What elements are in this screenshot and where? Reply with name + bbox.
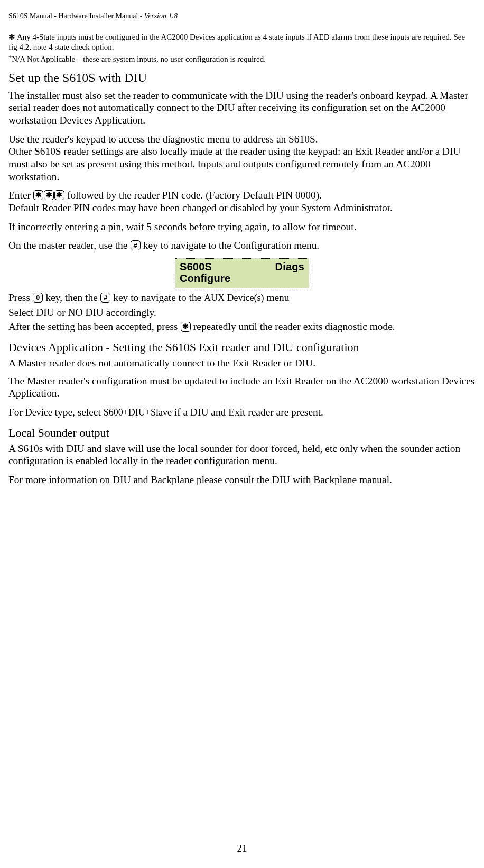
section-sounder-title: Local Sounder output xyxy=(8,426,476,440)
setup-accepted-a: After the setting has been accepted, pre… xyxy=(8,321,180,332)
setup-master-reader-a: On the master reader, use the xyxy=(8,240,130,251)
star-key-icon: ✱ xyxy=(33,190,43,200)
setup-select-diu: Select DIU or NO DIU accordingly. xyxy=(8,306,476,319)
section-devices-title: Devices Application - Setting the S610S … xyxy=(8,341,476,355)
setup-paragraph-2a: Use the reader's keypad to access the di… xyxy=(8,134,318,145)
setup-paragraph-6: Press 0 key, then the # key to navigate … xyxy=(8,291,476,304)
zero-key-icon: 0 xyxy=(33,293,43,303)
manual-title: S610S Manual - Hardware Installer Manual… xyxy=(8,12,178,20)
setup-press-b: key, then the xyxy=(45,292,100,303)
setup-paragraph-1: The installer must also set the reader t… xyxy=(8,89,476,127)
setup-press-c: key to navigate to the xyxy=(113,292,204,303)
sounder-paragraph-1: A S610s with DIU and slave will use the … xyxy=(8,442,476,467)
footnote-asterisk: ✱ Any 4-State inputs must be configured … xyxy=(8,32,476,52)
setup-pin-text: followed by the reader PIN code. (Factor… xyxy=(67,190,322,201)
device-type-label: Device xyxy=(25,407,52,418)
footnote-plus-text: N/A Not Applicable – these are system in… xyxy=(12,55,266,63)
footnote-plus: +N/A Not Applicable – these are system i… xyxy=(8,53,476,64)
lcd-row-2: Configure xyxy=(180,272,304,284)
hash-key-icon: # xyxy=(131,240,141,250)
setup-paragraph-2: Use the reader's keypad to access the di… xyxy=(8,133,476,183)
device-type-value: S600+DIU+Slave xyxy=(104,407,172,418)
star-key-icon: ✱ xyxy=(44,190,54,200)
document-header: S610S Manual - Hardware Installer Manual… xyxy=(8,12,476,21)
lcd-display: S600S Diags Configure xyxy=(175,258,309,288)
setup-paragraph-8: After the setting has been accepted, pre… xyxy=(8,320,476,333)
hash-key-icon: # xyxy=(100,293,110,303)
setup-paragraph-4: If incorrectly entering a pin, wait 5 se… xyxy=(8,221,476,233)
setup-enter-label: Enter xyxy=(8,190,33,201)
setup-press-a: Press xyxy=(8,292,33,303)
footnote-asterisk-text: Any 4-State inputs must be configured in… xyxy=(8,33,465,51)
section-setup-title: Set up the S610S with DIU xyxy=(8,70,476,86)
aux-devices-label: AUX Device(s) xyxy=(204,293,264,303)
page-number: 21 xyxy=(0,842,484,854)
setup-default-pin-note: Default Reader PIN codes may have been c… xyxy=(8,202,393,213)
devices-p3a: For xyxy=(8,407,25,418)
setup-paragraph-2b: Other S610S reader settings are also loc… xyxy=(8,146,461,182)
lcd-l1-right: Diags xyxy=(275,261,304,272)
lcd-display-wrapper: S600S Diags Configure xyxy=(8,258,476,288)
devices-p3e: if a DIU and Exit reader are present. xyxy=(172,407,323,418)
devices-p3c: type, select xyxy=(52,407,104,418)
star-key-icon: ✱ xyxy=(54,190,64,200)
devices-paragraph-1: A Master reader does not automatically c… xyxy=(8,357,476,370)
star-key-icon: ✱ xyxy=(181,322,191,332)
setup-accepted-b: repeatedly until the reader exits diagno… xyxy=(193,321,395,332)
devices-paragraph-2: The Master reader's configuration must b… xyxy=(8,375,476,400)
lcd-l1-left: S600S xyxy=(180,261,212,272)
setup-paragraph-3: Enter ✱✱✱ followed by the reader PIN cod… xyxy=(8,189,476,214)
asterisk-symbol: ✱ xyxy=(8,33,15,41)
page: S610S Manual - Hardware Installer Manual… xyxy=(0,0,484,868)
setup-master-reader-b: key to navigate to the Configuration men… xyxy=(143,240,319,251)
lcd-row-1: S600S Diags xyxy=(180,261,304,272)
sounder-paragraph-2: For more information on DIU and Backplan… xyxy=(8,474,476,486)
devices-paragraph-3: For Device type, select S600+DIU+Slave i… xyxy=(8,406,476,419)
setup-press-e: menu xyxy=(264,292,290,303)
setup-paragraph-5: On the master reader, use the # key to n… xyxy=(8,239,476,252)
